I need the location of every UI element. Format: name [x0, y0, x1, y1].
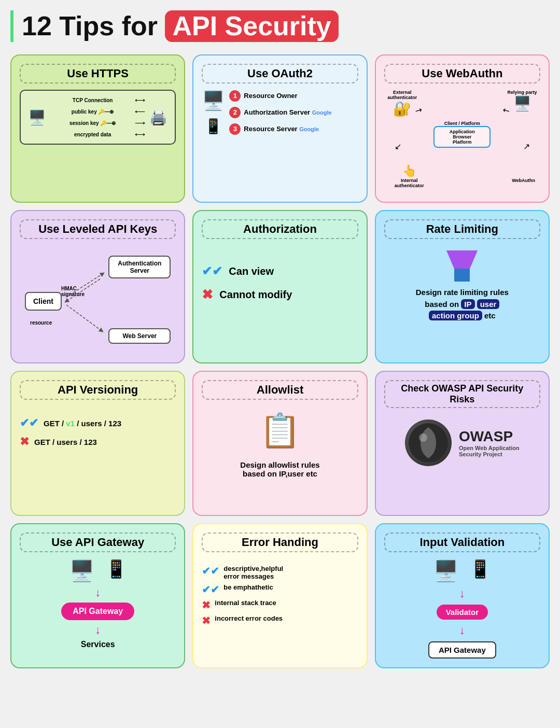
owasp-brand: OWASP — [459, 428, 520, 445]
oauth-diagram: 🖥️ 📱 1 Resource Owner 2 Authorization Se… — [202, 90, 358, 135]
ver-cross-icon: ✖ — [20, 435, 29, 449]
webauthn-label: WebAuthn — [512, 178, 535, 183]
error-label-1: descriptive,helpfulerror messages — [223, 565, 283, 580]
rate-desc: Design rate limiting rulesbased on IP us… — [416, 287, 509, 322]
gw-services-label: Services — [81, 640, 115, 649]
apikeys-diagram: Authentication Server Client HMACsignatu… — [20, 245, 176, 354]
oauth-item-1: 1 Resource Owner — [229, 90, 358, 102]
error-check-2: ✔✔ — [202, 583, 219, 596]
oauth-item-2: 2 Authorization Server Google — [229, 107, 358, 118]
versioning-items: ✔✔ GET / v1 / users / 123 ✖ GET / users … — [20, 411, 176, 454]
input-monitor-icon: 🖥️ — [433, 558, 459, 583]
relying-party-label: Relying party 🖥️ — [504, 90, 540, 112]
gw-gateway-box: API Gateway — [61, 603, 134, 620]
apikeys-arrows — [20, 245, 176, 354]
auth-cannot-modify: ✖ Cannot modify — [202, 287, 358, 303]
client-icon: 🖥️ — [28, 109, 46, 126]
oauth-label-2: Authorization Server Google — [244, 108, 331, 116]
card-allowlist-title: Allowlist — [202, 380, 358, 400]
sesskey-row: session key 🔑—⊕ ⟶ — [50, 119, 145, 127]
input-apigw-box: API Gateway — [428, 641, 496, 659]
check-double-icon: ✔✔ — [202, 264, 222, 278]
gateway-diagram: 🖥️ 📱 ↓ API Gateway ↓ Services — [20, 558, 176, 649]
owasp-text: OWASP Open Web ApplicationSecurity Proje… — [459, 428, 520, 457]
cross-icon: ✖ — [202, 287, 213, 303]
gw-phone-icon: 📱 — [105, 558, 127, 583]
error-item-3: ✖ internal stack trace — [202, 599, 358, 611]
gw-top-row: 🖥️ 📱 — [69, 558, 127, 583]
oauth-phone-icon: 📱 — [204, 118, 222, 135]
allowlist-desc: Design allowlist rulesbased on IP,user e… — [240, 460, 319, 478]
card-input: Input Validation 🖥️ 📱 ↓ Validator ↓ API … — [375, 523, 550, 668]
card-apikeys-title: Use Leveled API Keys — [20, 219, 176, 239]
ip-highlight: IP — [461, 299, 474, 309]
action-highlight: action group — [429, 311, 482, 320]
owasp-svg — [408, 422, 449, 464]
card-versioning-title: API Versioning — [20, 380, 176, 400]
auth-can-view: ✔✔ Can view — [202, 264, 358, 278]
int-auth-label: 👆 Internalauthenticator — [395, 164, 424, 188]
card-gateway: Use API Gateway 🖥️ 📱 ↓ API Gateway ↓ Ser… — [10, 523, 185, 668]
title-prefix: 12 Tips for — [22, 11, 165, 41]
input-diagram: 🖥️ 📱 ↓ Validator ↓ API Gateway — [384, 558, 540, 659]
server-icon: 🖨️ — [149, 109, 167, 126]
error-cross-1: ✖ — [202, 599, 211, 611]
page-title: 12 Tips for API Security — [10, 10, 550, 42]
error-label-3: internal stack trace — [215, 599, 276, 607]
oauth-num-2: 2 — [229, 107, 241, 118]
card-https-title: Use HTTPS — [20, 64, 176, 83]
card-input-title: Input Validation — [384, 533, 540, 552]
card-webauthn-title: Use WebAuthn — [384, 64, 540, 83]
card-owasp: Check OWASP API Security Risks OWASP Ope… — [375, 371, 550, 516]
validator-box: Validator — [437, 605, 488, 620]
can-view-label: Can view — [229, 265, 274, 277]
error-label-2: be emphathetic — [223, 583, 273, 591]
pubkey-label: public key 🔑—⊕ — [50, 109, 135, 115]
google-text-3: Google — [299, 126, 319, 132]
input-arrow-1: ↓ — [459, 587, 465, 600]
oauth-items: 1 Resource Owner 2 Authorization Server … — [229, 90, 358, 135]
title-highlight: API Security — [165, 10, 338, 42]
svg-line-2 — [66, 305, 102, 331]
https-diagram: 🖥️ TCP Connection ⟷ public key 🔑—⊕ ⟵ ses… — [20, 90, 176, 145]
card-ratelimit: Rate Limiting Design rate limiting rules… — [375, 210, 550, 363]
card-auth-title: Authorization — [202, 219, 358, 239]
input-arrow-2: ↓ — [459, 624, 465, 637]
oauth-item-3: 3 Resource Server Google — [229, 123, 358, 135]
client-platform-area: Client / Platform ApplicationBrowserPlat… — [433, 121, 491, 148]
oauth-label-1: Resource Owner — [244, 92, 297, 100]
tips-grid: Use HTTPS 🖥️ TCP Connection ⟷ public key… — [10, 54, 550, 668]
card-gateway-title: Use API Gateway — [20, 533, 176, 552]
arrow-4: ↗ — [523, 142, 530, 151]
tcp-row: TCP Connection ⟷ — [50, 96, 145, 104]
card-allowlist: Allowlist 📋 Design allowlist rulesbased … — [192, 371, 367, 516]
error-cross-2: ✖ — [202, 614, 211, 627]
card-webauthn: Use WebAuthn External authenticator 🔐 Re… — [375, 54, 550, 203]
card-error: Error Handing ✔✔ descriptive,helpfulerro… — [192, 523, 367, 668]
svg-point-6 — [419, 433, 427, 442]
gw-arrow-down: ↓ — [95, 586, 101, 599]
encdata-row: encrypted data ⟷ — [50, 130, 145, 138]
oauth-monitor-icon: 🖥️ — [202, 90, 225, 111]
svg-line-0 — [66, 274, 103, 297]
ver-bad-label: GET / users / 123 — [34, 438, 97, 446]
card-owasp-title: Check OWASP API Security Risks — [384, 380, 540, 408]
error-item-2: ✔✔ be emphathetic — [202, 583, 358, 596]
cannot-modify-label: Cannot modify — [219, 289, 292, 301]
owasp-logo-area: OWASP Open Web ApplicationSecurity Proje… — [405, 419, 520, 466]
error-item-1: ✔✔ descriptive,helpfulerror messages — [202, 565, 358, 580]
google-text-2: Google — [312, 109, 332, 116]
gw-arrow-down-2: ↓ — [95, 623, 101, 637]
card-error-title: Error Handing — [202, 533, 358, 552]
card-authorization: Authorization ✔✔ Can view ✖ Cannot modif… — [192, 210, 367, 363]
user-highlight: user — [477, 299, 500, 309]
input-top-row: 🖥️ 📱 — [433, 558, 491, 583]
card-oauth: Use OAuth2 🖥️ 📱 1 Resource Owner 2 Autho… — [192, 54, 367, 203]
gw-monitor-icon: 🖥️ — [69, 558, 95, 583]
error-label-4: incorrect error codes — [215, 614, 283, 622]
error-item-4: ✖ incorrect error codes — [202, 614, 358, 627]
ver-check-icon: ✔✔ — [20, 416, 38, 430]
card-oauth-title: Use OAuth2 — [202, 64, 358, 83]
ver-good-label: GET / v1 / users / 123 — [44, 419, 121, 428]
app-browser-box: ApplicationBrowserPlatform — [433, 126, 491, 148]
